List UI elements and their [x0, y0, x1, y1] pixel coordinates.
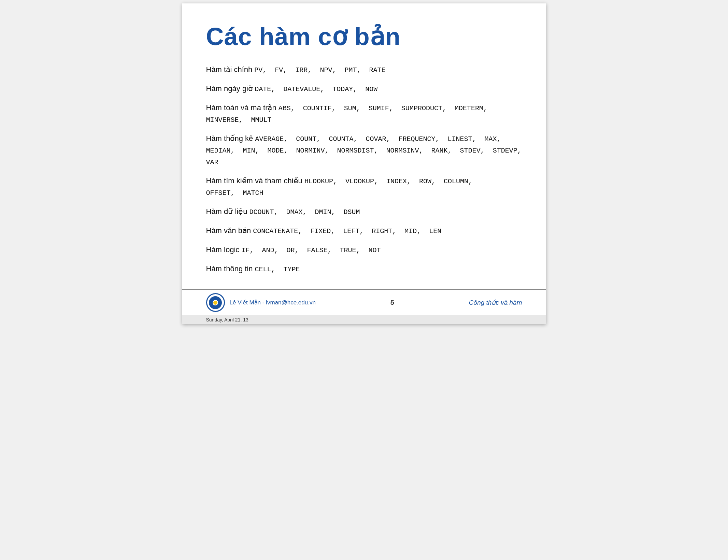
section-thong-tin: Hàm thông tin CELL, TYPE: [206, 263, 522, 275]
section-label-tai-chinh: Hàm tài chính: [206, 65, 255, 74]
footer: Lê Viết Mẫn - lvman@hce.edu.vn 5 Công th…: [182, 289, 546, 315]
slide: Các hàm cơ bản Hàm tài chính PV, FV, IRR…: [182, 3, 546, 324]
footer-section: Công thức và hàm: [469, 299, 522, 306]
section-label-du-lieu: Hàm dữ liệu: [206, 207, 249, 216]
section-functions-tai-chinh: PV, FV, IRR, NPV, PMT, RATE: [254, 66, 385, 74]
section-label-van-ban: Hàm văn bản: [206, 226, 253, 235]
section-ngay-gio: Hàm ngày giờ DATE, DATEVALUE, TODAY, NOW: [206, 83, 522, 95]
section-functions-thong-tin: CELL, TYPE: [255, 265, 300, 273]
section-van-ban: Hàm văn bản CONCATENATE, FIXED, LEFT, RI…: [206, 225, 522, 236]
section-label-thong-ke: Hàm thống kê: [206, 134, 255, 143]
section-logic: Hàm logic IF, AND, OR, FALSE, TRUE, NOT: [206, 244, 522, 256]
section-label-logic: Hàm logic: [206, 245, 242, 254]
section-toan-ma-tran: Hàm toán và ma trận ABS, COUNTIF, SUM, S…: [206, 102, 522, 125]
section-label-thong-tin: Hàm thông tin: [206, 264, 255, 273]
section-tai-chinh: Hàm tài chính PV, FV, IRR, NPV, PMT, RAT…: [206, 64, 522, 75]
footer-left: Lê Viết Mẫn - lvman@hce.edu.vn: [206, 293, 316, 312]
footer-page: 5: [390, 299, 394, 306]
bottom-bar: Sunday, April 21, 13: [182, 315, 546, 324]
section-du-lieu: Hàm dữ liệu DCOUNT, DMAX, DMIN, DSUM: [206, 206, 522, 217]
section-label-toan-ma-tran: Hàm toán và ma trận: [206, 103, 279, 112]
section-functions-logic: IF, AND, OR, FALSE, TRUE, NOT: [241, 246, 381, 254]
slide-title: Các hàm cơ bản: [206, 22, 522, 51]
footer-author[interactable]: Lê Viết Mẫn - lvman@hce.edu.vn: [230, 299, 316, 306]
section-thong-ke: Hàm thống kê AVERAGE, COUNT, COUNTA, COV…: [206, 133, 522, 168]
section-functions-du-lieu: DCOUNT, DMAX, DMIN, DSUM: [249, 208, 360, 216]
section-label-tim-kiem: Hàm tìm kiếm và tham chiếu: [206, 176, 304, 185]
logo: [206, 293, 225, 312]
section-functions-van-ban: CONCATENATE, FIXED, LEFT, RIGHT, MID, LE…: [253, 227, 441, 235]
section-tim-kiem: Hàm tìm kiếm và tham chiếu HLOOKUP, VLOO…: [206, 175, 522, 198]
logo-center: [213, 300, 218, 305]
section-label-ngay-gio: Hàm ngày giờ: [206, 84, 255, 93]
section-functions-ngay-gio: DATE, DATEVALUE, TODAY, NOW: [255, 85, 377, 93]
logo-inner: [209, 296, 222, 309]
slide-content: Các hàm cơ bản Hàm tài chính PV, FV, IRR…: [182, 3, 546, 289]
